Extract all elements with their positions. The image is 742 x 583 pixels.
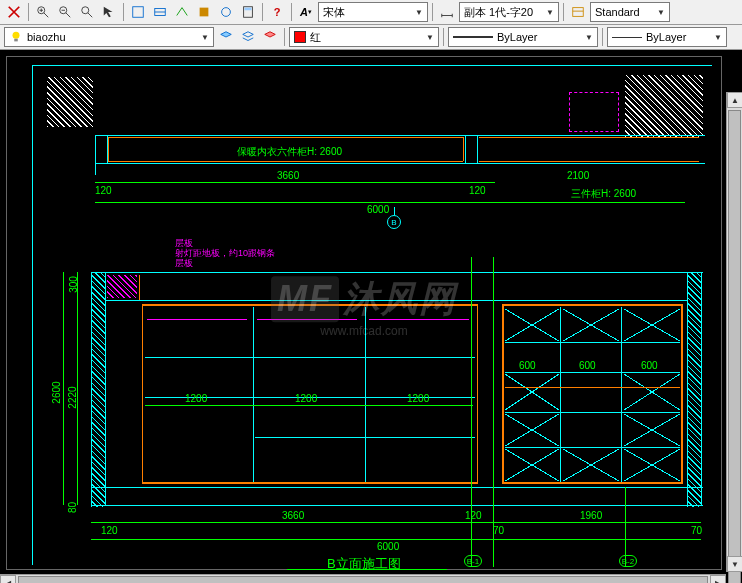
- hdim-1200c: 1200: [407, 393, 429, 404]
- drawing-canvas[interactable]: 保暖内衣六件柜H: 2600 三件柜H: 2600 120 3660 120 2…: [6, 56, 722, 570]
- tool-c-icon[interactable]: [172, 2, 192, 22]
- layer-dropdown-text: biaozhu: [27, 31, 66, 43]
- linetype-dropdown[interactable]: ByLayer ▼: [607, 27, 727, 47]
- bdim-120a: 120: [101, 525, 118, 536]
- tool-d-icon[interactable]: [194, 2, 214, 22]
- svg-point-7: [222, 8, 231, 17]
- vdim-80: 80: [67, 502, 78, 513]
- hdim-600c: 600: [641, 360, 658, 371]
- zoom-out-icon[interactable]: [55, 2, 75, 22]
- layer-tool-a-icon[interactable]: [216, 27, 236, 47]
- calc-icon[interactable]: [238, 2, 258, 22]
- scroll-left-icon[interactable]: ◀: [0, 575, 16, 583]
- color-swatch: [294, 31, 306, 43]
- plan-dim-120b: 120: [469, 185, 486, 196]
- tool-b-icon[interactable]: [150, 2, 170, 22]
- dimstyle-dropdown[interactable]: 副本 1代-字20 ▼: [459, 2, 559, 22]
- scroll-right-icon[interactable]: ▶: [710, 575, 726, 583]
- wall-hatch-left: [47, 77, 93, 127]
- bdim-70b: 70: [691, 525, 702, 536]
- plan-dim-2100: 2100: [567, 170, 589, 181]
- plan-dim-6000: 6000: [367, 204, 389, 215]
- bdim-70a: 70: [493, 525, 504, 536]
- chevron-down-icon: ▼: [714, 33, 722, 42]
- elev-wall-right: [687, 272, 701, 507]
- svg-rect-6: [200, 8, 209, 17]
- marker-b2: B-2: [619, 555, 637, 567]
- toolbar-row-2: biaozhu ▼ 红 ▼ ByLayer ▼ ByLayer ▼: [0, 25, 742, 50]
- lineweight-preview: [453, 36, 493, 38]
- svg-rect-10: [573, 8, 584, 17]
- bdim-3660: 3660: [282, 510, 304, 521]
- dimstyle-dropdown-text: 副本 1代-字20: [464, 5, 533, 20]
- text-style-icon[interactable]: A▾: [296, 2, 316, 22]
- chevron-down-icon: ▼: [415, 8, 423, 17]
- color-dropdown-text: 红: [310, 30, 321, 45]
- chevron-down-icon: ▼: [426, 33, 434, 42]
- help-icon[interactable]: ?: [267, 2, 287, 22]
- linetype-dropdown-text: ByLayer: [646, 31, 686, 43]
- vdim-2600: 2600: [51, 381, 62, 403]
- font-dropdown[interactable]: 宋体 ▼: [318, 2, 428, 22]
- svg-rect-9: [245, 8, 252, 11]
- svg-point-2: [82, 7, 89, 14]
- textstyle-dropdown[interactable]: Standard ▼: [590, 2, 670, 22]
- zoom-window-icon[interactable]: [77, 2, 97, 22]
- bdim-120b: 120: [465, 510, 482, 521]
- plan-label-1: 保暖内衣六件柜H: 2600: [237, 145, 342, 159]
- toolbar-close-icon[interactable]: [4, 2, 24, 22]
- scroll-up-icon[interactable]: ▲: [727, 92, 742, 108]
- watermark: MF沐风网 www.mfcad.com: [271, 275, 457, 338]
- plan-label-2: 三件柜H: 2600: [571, 187, 636, 201]
- svg-rect-13: [14, 39, 18, 42]
- toolbar-row-1: ? A▾ 宋体 ▼ 副本 1代-字20 ▼ Standard ▼: [0, 0, 742, 25]
- layer-tool-b-icon[interactable]: [238, 27, 258, 47]
- lineweight-dropdown-text: ByLayer: [497, 31, 537, 43]
- vdim-300: 300: [68, 276, 79, 293]
- elev-wall-left: [91, 272, 105, 507]
- hdim-600b: 600: [579, 360, 596, 371]
- color-dropdown[interactable]: 红 ▼: [289, 27, 439, 47]
- zoom-in-icon[interactable]: [33, 2, 53, 22]
- chevron-down-icon: ▼: [657, 8, 665, 17]
- svg-rect-3: [133, 7, 144, 18]
- tool-a-icon[interactable]: [128, 2, 148, 22]
- vdim-2220: 2220: [67, 386, 78, 408]
- layer-dropdown[interactable]: biaozhu ▼: [4, 27, 214, 47]
- elevation-title: B立面施工图: [327, 555, 401, 573]
- scroll-down-icon[interactable]: ▼: [727, 556, 742, 572]
- marker-b1: B-1: [464, 555, 482, 567]
- drawing-canvas-wrap: 保暖内衣六件柜H: 2600 三件柜H: 2600 120 3660 120 2…: [0, 50, 742, 583]
- chevron-down-icon: ▼: [585, 33, 593, 42]
- linetype-preview: [612, 37, 642, 38]
- dim-style-icon[interactable]: [437, 2, 457, 22]
- hdim-1200b: 1200: [295, 393, 317, 404]
- layer-tool-c-icon[interactable]: [260, 27, 280, 47]
- tool-e-icon[interactable]: [216, 2, 236, 22]
- note-3: 层板: [175, 257, 193, 270]
- hdim-600a: 600: [519, 360, 536, 371]
- wall-hatch-right: [625, 75, 703, 137]
- chevron-down-icon: ▼: [201, 33, 209, 42]
- vertical-scrollbar[interactable]: ▲ ▼: [726, 92, 742, 572]
- bdim-6000: 6000: [377, 541, 399, 552]
- chevron-down-icon: ▼: [546, 8, 554, 17]
- cursor-icon[interactable]: [99, 2, 119, 22]
- svg-point-12: [13, 32, 20, 39]
- plan-dim-3660: 3660: [277, 170, 299, 181]
- textstyle-dropdown-text: Standard: [595, 6, 640, 18]
- plan-dim-120a: 120: [95, 185, 112, 196]
- lineweight-dropdown[interactable]: ByLayer ▼: [448, 27, 598, 47]
- section-marker-b: B: [387, 215, 401, 229]
- font-dropdown-text: 宋体: [323, 5, 345, 20]
- horizontal-scrollbar[interactable]: ◀ ▶: [0, 574, 726, 583]
- lightbulb-icon: [9, 30, 23, 44]
- table-style-icon[interactable]: [568, 2, 588, 22]
- bdim-1960: 1960: [580, 510, 602, 521]
- hdim-1200a: 1200: [185, 393, 207, 404]
